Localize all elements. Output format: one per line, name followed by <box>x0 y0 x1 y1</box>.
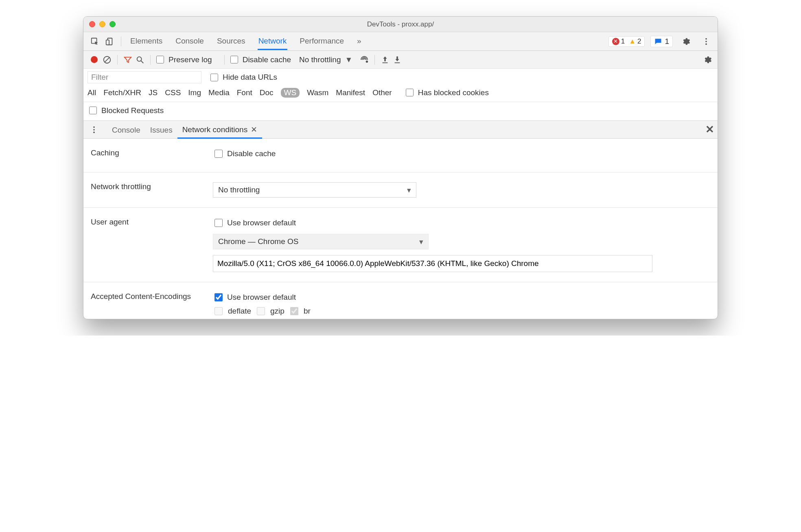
enc-use-browser-default-checkbox[interactable]: Use browser default <box>213 292 710 303</box>
svg-rect-11 <box>383 62 388 63</box>
more-tabs-icon[interactable]: » <box>356 33 362 50</box>
preserve-log-checkbox[interactable]: Preserve log <box>155 55 212 65</box>
user-agent-string-input[interactable] <box>213 255 652 272</box>
svg-point-10 <box>366 61 368 62</box>
caret-down-icon: ▾ <box>419 237 423 246</box>
content-encodings-label: Accepted Content-Encodings <box>91 292 213 316</box>
svg-rect-2 <box>106 40 109 45</box>
caching-row: Caching Disable cache <box>83 139 718 172</box>
drawer-more-icon[interactable] <box>87 122 101 137</box>
separator <box>224 55 225 65</box>
close-tab-icon[interactable]: ✕ <box>251 125 257 134</box>
network-panel-settings-icon[interactable] <box>701 52 713 67</box>
drawer-tab-label: Network conditions <box>182 125 248 134</box>
drawer-tabstrip: Console Issues Network conditions✕ ✕ <box>83 121 718 139</box>
more-menu-icon[interactable] <box>699 34 713 49</box>
type-all[interactable]: All <box>88 88 96 97</box>
disable-cache-label2: Disable cache <box>227 149 276 158</box>
svg-point-8 <box>137 57 142 61</box>
type-ws[interactable]: WS <box>281 88 300 98</box>
throttling-select[interactable]: No throttling ▼ <box>299 55 352 64</box>
user-agent-label: User agent <box>91 218 213 272</box>
issue-counts[interactable]: ✕1 ▲2 <box>608 36 645 47</box>
inspect-element-icon[interactable] <box>88 34 102 49</box>
separator <box>150 55 151 65</box>
throttling-label: Network throttling <box>91 182 213 198</box>
drawer-close-icon[interactable]: ✕ <box>705 123 714 136</box>
error-icon: ✕ <box>612 38 619 45</box>
close-window-button[interactable] <box>89 21 95 27</box>
tab-network[interactable]: Network <box>258 33 288 50</box>
user-agent-row: User agent Use browser default Chrome — … <box>83 208 718 282</box>
has-blocked-label: Has blocked cookies <box>418 88 489 97</box>
type-other[interactable]: Other <box>372 88 392 97</box>
disable-cache-label: Disable cache <box>243 55 291 64</box>
filter-icon[interactable] <box>122 52 134 67</box>
messages-badge[interactable]: 1 <box>650 36 673 47</box>
caching-label: Caching <box>91 148 213 162</box>
window-controls <box>83 21 116 27</box>
type-media[interactable]: Media <box>208 88 230 97</box>
throttling-row: Network throttling No throttling ▾ <box>83 172 718 208</box>
network-conditions-panel: Caching Disable cache Network throttling… <box>83 139 718 319</box>
drawer-tab-network-conditions[interactable]: Network conditions✕ <box>177 121 263 139</box>
resource-type-filters: All Fetch/XHR JS CSS Img Media Font Doc … <box>83 85 718 102</box>
error-count: 1 <box>621 37 625 46</box>
tab-performance[interactable]: Performance <box>299 33 345 50</box>
type-font[interactable]: Font <box>237 88 252 97</box>
clear-icon[interactable] <box>101 52 113 67</box>
hide-data-urls-checkbox[interactable]: Hide data URLs <box>209 72 277 83</box>
main-tabs: Elements Console Sources Network Perform… <box>129 33 362 50</box>
tab-elements[interactable]: Elements <box>129 33 163 50</box>
network-settings-icon[interactable] <box>358 52 370 67</box>
drawer-tab-console[interactable]: Console <box>107 122 145 138</box>
filter-input[interactable]: Filter <box>88 71 201 83</box>
type-css[interactable]: CSS <box>165 88 181 97</box>
filter-row: Filter Hide data URLs <box>83 69 718 85</box>
download-har-icon[interactable] <box>391 52 403 67</box>
throttling-dropdown[interactable]: No throttling ▾ <box>213 182 416 198</box>
enc-br-label: br <box>304 307 311 316</box>
upload-har-icon[interactable] <box>379 52 391 67</box>
caret-down-icon: ▾ <box>407 185 411 195</box>
zoom-window-button[interactable] <box>109 21 116 27</box>
network-toolbar: Preserve log Disable cache No throttling… <box>83 51 718 69</box>
enc-gzip-label: gzip <box>270 307 285 316</box>
svg-point-13 <box>93 126 95 128</box>
type-manifest[interactable]: Manifest <box>336 88 365 97</box>
settings-gear-icon[interactable] <box>678 34 693 49</box>
blocked-requests-checkbox[interactable]: Blocked Requests <box>88 105 705 116</box>
svg-line-7 <box>105 57 110 62</box>
type-fetch-xhr[interactable]: Fetch/XHR <box>103 88 141 97</box>
disable-cache-checkbox[interactable]: Disable cache <box>229 55 291 65</box>
type-js[interactable]: JS <box>149 88 158 97</box>
blocked-requests-row: Blocked Requests <box>83 102 718 121</box>
tab-sources[interactable]: Sources <box>216 33 246 50</box>
type-doc[interactable]: Doc <box>260 88 274 97</box>
search-icon[interactable] <box>134 52 146 67</box>
drawer-tab-issues[interactable]: Issues <box>145 122 177 138</box>
preserve-log-label: Preserve log <box>169 55 212 64</box>
minimize-window-button[interactable] <box>99 21 105 27</box>
svg-point-3 <box>705 38 707 39</box>
messages-count: 1 <box>665 37 669 46</box>
throttling-value: No throttling <box>299 55 341 64</box>
separator <box>117 55 118 65</box>
throttling-dropdown-value: No throttling <box>218 185 260 194</box>
record-button[interactable] <box>91 56 98 63</box>
type-wasm[interactable]: Wasm <box>307 88 328 97</box>
enc-deflate-checkbox <box>214 307 223 315</box>
tab-console[interactable]: Console <box>175 33 205 50</box>
enc-gzip-checkbox <box>257 307 265 315</box>
enc-use-default-label: Use browser default <box>227 293 296 302</box>
device-toggle-icon[interactable] <box>102 34 117 49</box>
ua-use-browser-default-checkbox[interactable]: Use browser default <box>213 218 710 228</box>
caret-down-icon: ▼ <box>345 55 352 64</box>
main-tabstrip: Elements Console Sources Network Perform… <box>83 32 718 51</box>
disable-cache-checkbox2[interactable]: Disable cache <box>213 148 710 159</box>
content-encodings-row: Accepted Content-Encodings Use browser d… <box>83 282 718 319</box>
message-icon <box>654 37 662 46</box>
user-agent-dropdown[interactable]: Chrome — Chrome OS ▾ <box>213 234 429 249</box>
has-blocked-cookies-checkbox[interactable]: Has blocked cookies <box>404 87 489 98</box>
type-img[interactable]: Img <box>188 88 201 97</box>
